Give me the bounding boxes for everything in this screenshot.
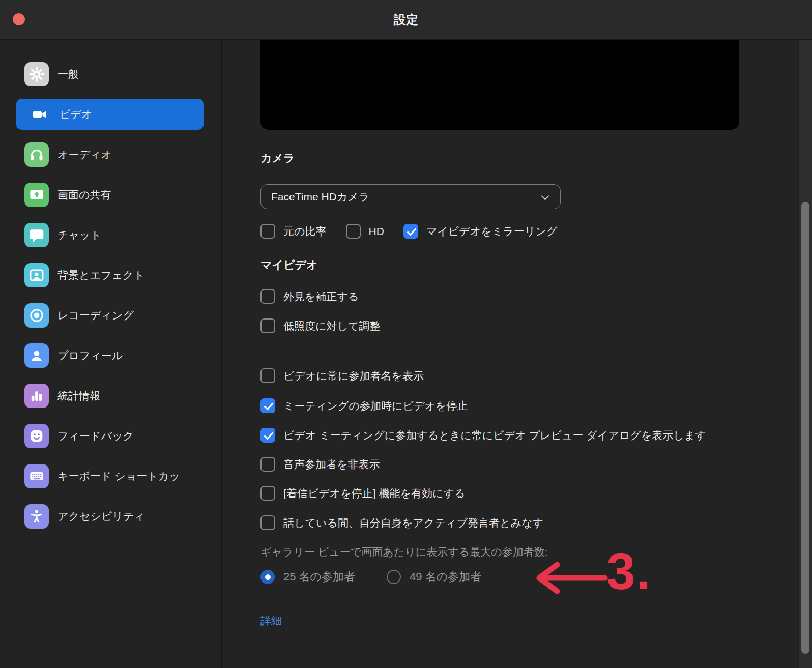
sidebar-item-chat[interactable]: チャット	[0, 215, 221, 255]
screen-share-icon	[24, 183, 49, 207]
checkbox-label: 低照度に対して調整	[283, 319, 380, 333]
checkbox[interactable]	[260, 368, 275, 383]
headphones-icon	[24, 142, 49, 167]
radio-25-participants[interactable]	[260, 570, 275, 584]
bar-chart-icon	[24, 384, 49, 408]
checkbox[interactable]	[260, 398, 275, 413]
sidebar-item-feedback[interactable]: フィードバック	[0, 416, 221, 456]
checkbox-label: ビデオに常に参加者名を表示	[283, 369, 424, 383]
sidebar-item-label: ビデオ	[60, 107, 92, 122]
hide-non-video-participants-option[interactable]: 音声参加者を非表示	[260, 457, 380, 472]
camera-section-heading: カメラ	[260, 151, 295, 166]
video-preview	[260, 40, 739, 130]
sidebar-item-general[interactable]: 一般	[0, 54, 221, 94]
checkbox[interactable]	[260, 318, 275, 333]
checkbox[interactable]	[260, 515, 275, 530]
hd-option[interactable]: HD	[346, 224, 384, 239]
sidebar-item-label: アクセシビリティ	[57, 509, 145, 524]
sidebar-item-label: レコーディング	[57, 308, 134, 323]
sidebar-item-keyboard-shortcuts[interactable]: キーボード ショートカッ	[0, 456, 221, 496]
active-speaker-while-talking-option[interactable]: 話している間、自分自身をアクティブ発言者とみなす	[260, 515, 543, 530]
checkbox-label: マイビデオをミラーリング	[426, 224, 557, 239]
checkbox[interactable]	[260, 428, 275, 443]
sidebar-item-label: 一般	[57, 67, 79, 81]
sidebar-content-divider	[221, 40, 222, 668]
checkbox-label: ミーティングの参加時にビデオを停止	[283, 399, 468, 413]
video-camera-icon	[28, 103, 51, 126]
sidebar-item-statistics[interactable]: 統計情報	[0, 375, 221, 416]
checkbox-label: [着信ビデオを停止] 機能を有効にする	[283, 486, 465, 501]
checkbox[interactable]	[403, 224, 418, 239]
always-show-names-option[interactable]: ビデオに常に参加者名を表示	[260, 368, 424, 383]
sidebar-item-label: フィードバック	[57, 429, 134, 443]
sidebar-item-label: キーボード ショートカッ	[57, 469, 180, 483]
sidebar-item-label: プロフィール	[57, 348, 123, 363]
checkbox-label: 音声参加者を非表示	[283, 457, 380, 472]
checkbox-label: 元の比率	[283, 224, 327, 239]
sidebar-item-label: 画面の共有	[57, 188, 111, 202]
scrollbar-thumb[interactable]	[801, 202, 809, 654]
my-video-section-heading: マイビデオ	[260, 257, 318, 273]
radio-label: 49 名の参加者	[410, 569, 481, 585]
sidebar-item-label: チャット	[57, 228, 101, 242]
title-bar: 設定	[0, 0, 812, 40]
sidebar-item-label: 統計情報	[57, 389, 100, 403]
chat-bubble-icon	[24, 223, 49, 247]
camera-device-dropdown[interactable]: FaceTime HDカメラ	[260, 184, 561, 209]
camera-option-row: 元の比率 HD マイビデオをミラーリング	[260, 224, 557, 239]
settings-window: 設定 一般 ビデオ オーディオ	[0, 0, 812, 668]
touch-up-appearance-option[interactable]: 外見を補正する	[260, 289, 359, 304]
background-effects-icon	[24, 263, 49, 287]
gallery-view-label: ギャラリー ビューで画面あたりに表示する最大の参加者数:	[260, 545, 548, 559]
radio-label: 25 名の参加者	[283, 569, 355, 585]
chevron-down-icon	[541, 192, 549, 200]
record-icon	[24, 303, 49, 328]
checkbox[interactable]	[346, 224, 361, 239]
mirror-video-option[interactable]: マイビデオをミラーリング	[403, 224, 557, 239]
sidebar-item-label: 背景とエフェクト	[57, 268, 144, 282]
annotation-step-number: 3.	[606, 545, 652, 597]
sidebar-item-recording[interactable]: レコーディング	[0, 295, 221, 335]
low-light-option[interactable]: 低照度に対して調整	[260, 318, 380, 333]
checkbox[interactable]	[260, 457, 275, 472]
keyboard-icon	[24, 464, 49, 488]
checkbox-label: 外見を補正する	[283, 289, 359, 304]
section-divider	[260, 350, 773, 350]
sidebar-item-profile[interactable]: プロフィール	[0, 335, 221, 375]
camera-device-value: FaceTime HDカメラ	[271, 190, 369, 204]
sidebar-item-screen-share[interactable]: 画面の共有	[0, 175, 221, 215]
sidebar-item-background-effects[interactable]: 背景とエフェクト	[0, 255, 221, 295]
gallery-radio-group: 25 名の参加者 49 名の参加者	[260, 569, 481, 585]
checkbox[interactable]	[260, 224, 275, 239]
sidebar-item-video[interactable]: ビデオ	[0, 94, 221, 134]
annotation-arrow-icon	[533, 559, 610, 598]
profile-icon	[24, 343, 49, 368]
checkbox[interactable]	[260, 289, 275, 304]
window-title: 設定	[0, 0, 812, 40]
checkbox-label: HD	[369, 225, 384, 238]
checkbox[interactable]	[260, 486, 275, 501]
gear-icon	[24, 62, 49, 86]
accessibility-icon	[24, 504, 49, 529]
stop-video-on-join-option[interactable]: ミーティングの参加時にビデオを停止	[260, 398, 468, 413]
sidebar: 一般 ビデオ オーディオ 画面の共有	[0, 40, 221, 668]
radio-49-participants[interactable]	[387, 570, 401, 584]
sidebar-item-audio[interactable]: オーディオ	[0, 134, 221, 175]
video-preview-dialog-option[interactable]: ビデオ ミーティングに参加するときに常にビデオ プレビュー ダイアログを表示しま…	[260, 428, 706, 443]
sidebar-item-label: オーディオ	[57, 148, 112, 162]
smiley-icon	[24, 424, 49, 448]
stop-incoming-video-option[interactable]: [着信ビデオを停止] 機能を有効にする	[260, 486, 465, 501]
advanced-link[interactable]: 詳細	[260, 614, 282, 628]
sidebar-item-accessibility[interactable]: アクセシビリティ	[0, 496, 221, 536]
original-ratio-option[interactable]: 元の比率	[260, 224, 327, 239]
checkbox-label: 話している間、自分自身をアクティブ発言者とみなす	[283, 516, 543, 530]
checkbox-label: ビデオ ミーティングに参加するときに常にビデオ プレビュー ダイアログを表示しま…	[283, 428, 706, 443]
